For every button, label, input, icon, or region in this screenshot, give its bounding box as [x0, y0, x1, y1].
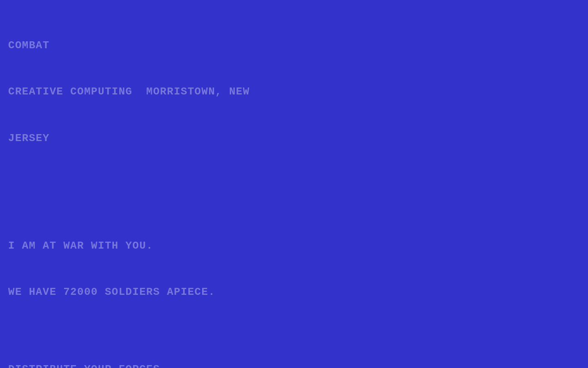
line-6: I AM AT WAR WITH YOU. — [8, 238, 250, 254]
line-7: WE HAVE 72000 SOLDIERS APIECE. — [8, 285, 250, 300]
terminal-screen: COMBAT CREATIVE COMPUTING MORRISTOWN, NE… — [0, 0, 258, 368]
line-1: COMBAT — [8, 38, 250, 54]
line-3: JERSEY — [8, 131, 250, 146]
line-9: DISTRIBUTE YOUR FORCES. — [8, 362, 250, 368]
line-2: CREATIVE COMPUTING MORRISTOWN, NEW — [8, 84, 250, 100]
